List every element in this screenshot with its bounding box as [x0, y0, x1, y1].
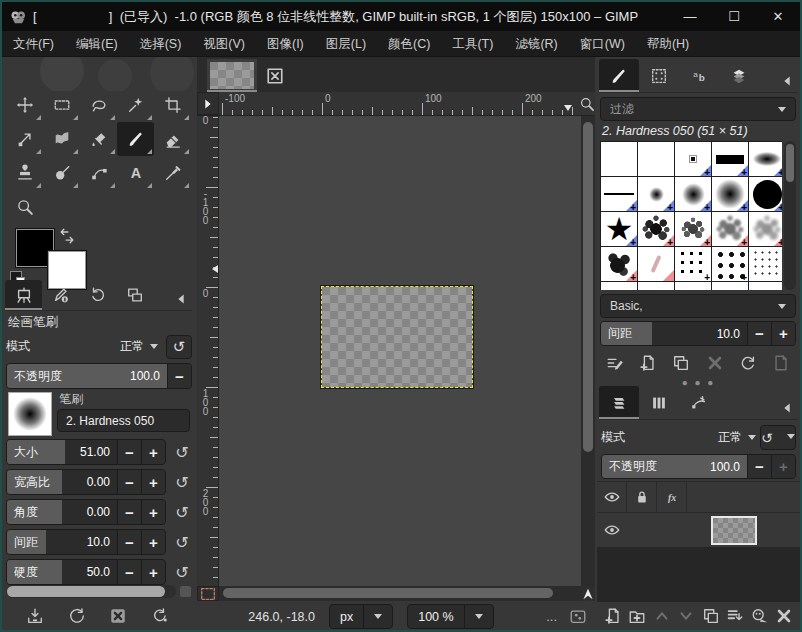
paths-tool[interactable]: [80, 156, 117, 190]
minimize-button[interactable]: —: [668, 2, 712, 31]
layer-opacity-decrease-button[interactable]: −: [747, 455, 771, 478]
panel-menu-button[interactable]: [170, 288, 192, 310]
brush-swatch-13[interactable]: +: [675, 212, 711, 246]
brush-swatch-17[interactable]: [638, 247, 674, 281]
reset-mode-button[interactable]: ↺: [166, 335, 192, 359]
tab-images[interactable]: [116, 280, 153, 310]
menu-item-4[interactable]: 视图(V): [192, 31, 256, 57]
delete-layer-button[interactable]: [775, 607, 793, 625]
opacity-decrease-button[interactable]: −: [167, 364, 191, 388]
layer-opacity-increase-button[interactable]: +: [771, 455, 795, 478]
close-button[interactable]: ✕: [756, 2, 800, 31]
clone-tool[interactable]: [6, 156, 43, 190]
duplicate-brush-button[interactable]: [672, 354, 690, 372]
tab-undo-history[interactable]: [79, 280, 116, 310]
brush-swatch-8[interactable]: +: [675, 177, 711, 211]
brush-swatch-4[interactable]: +: [712, 142, 748, 176]
menu-item-1[interactable]: 文件(F): [2, 31, 65, 57]
brush-swatch-5[interactable]: +: [749, 142, 782, 176]
increase-button[interactable]: +: [141, 560, 165, 584]
layer-opacity-slider[interactable]: 不透明度 100.0 − +: [601, 454, 796, 479]
间距-slider[interactable]: 间距10.0−+: [6, 529, 166, 555]
menu-item-8[interactable]: 工具(T): [441, 31, 504, 57]
decrease-button[interactable]: −: [117, 560, 141, 584]
increase-button[interactable]: +: [141, 530, 165, 554]
brush-grid-scrollbar[interactable]: [784, 141, 796, 290]
brush-swatch-15[interactable]: +: [749, 212, 782, 246]
decrease-button[interactable]: −: [117, 440, 141, 464]
open-brush-as-image-button[interactable]: [772, 354, 790, 372]
swap-colors-button[interactable]: [58, 227, 76, 245]
zoom-follow-window-button[interactable]: [579, 92, 595, 115]
menu-item-2[interactable]: 编辑(E): [65, 31, 129, 57]
delete-brush-button[interactable]: [706, 354, 724, 372]
text-tool[interactable]: A: [117, 156, 154, 190]
brush-swatch-10[interactable]: +: [749, 177, 782, 211]
menu-item-3[interactable]: 选择(S): [129, 31, 193, 57]
panel-menu-button[interactable]: [776, 70, 798, 92]
canvas-image[interactable]: [322, 287, 472, 387]
menu-item-6[interactable]: 图层(L): [315, 31, 377, 57]
vertical-ruler[interactable]: - 2 0 0- 1 0 001 0 02 0 0: [197, 116, 219, 586]
opacity-slider[interactable]: 不透明度 100.0 −: [6, 363, 192, 389]
vertical-scrollbar[interactable]: [581, 116, 595, 586]
duplicate-layer-button[interactable]: [702, 607, 720, 625]
layer-row[interactable]: [597, 513, 800, 547]
color-picker-tool[interactable]: [154, 156, 191, 190]
restore-tool-preset-button[interactable]: [68, 607, 86, 625]
crop-tool[interactable]: [154, 88, 191, 122]
brush-swatch-23[interactable]: [675, 282, 711, 290]
menu-item-11[interactable]: 帮助(H): [636, 31, 700, 57]
bucket-fill-tool[interactable]: [80, 122, 117, 156]
tab-tool-options[interactable]: [5, 280, 42, 310]
raise-layer-button[interactable]: [653, 607, 671, 625]
add-layer-mask-button[interactable]: [751, 607, 769, 625]
zoom-tool[interactable]: [6, 190, 43, 224]
layer-visibility-toggle[interactable]: [597, 521, 627, 539]
smudge-tool[interactable]: [43, 156, 80, 190]
tab-fonts[interactable]: ab: [679, 59, 719, 92]
brush-swatch-7[interactable]: +: [638, 177, 674, 211]
edit-brush-button[interactable]: [606, 354, 624, 372]
menu-item-9[interactable]: 滤镜(R): [504, 31, 568, 57]
new-layer-button[interactable]: [604, 607, 622, 625]
tab-brushes[interactable]: [599, 59, 639, 92]
maximize-button[interactable]: ☐: [712, 2, 756, 31]
unit-select[interactable]: px: [329, 604, 393, 629]
brush-swatch-22[interactable]: [638, 282, 674, 290]
layer-mode-select[interactable]: 正常: [718, 429, 756, 446]
active-brush-preview[interactable]: [8, 392, 52, 436]
brush-name-field[interactable]: 2. Hardness 050: [57, 409, 190, 432]
horizontal-scrollbar[interactable]: [219, 586, 581, 601]
fuzzy-select-tool[interactable]: [117, 88, 154, 122]
brush-swatch-11[interactable]: ★+: [601, 212, 637, 246]
reset-tool-options-button[interactable]: [151, 607, 169, 625]
brush-swatch-16[interactable]: +: [601, 247, 637, 281]
大小-slider[interactable]: 大小51.00−+: [6, 439, 166, 465]
new-layer-group-button[interactable]: [628, 607, 646, 625]
titlebar[interactable]: [ ] (已导入) -1.0 (RGB 颜色 8 位非线性整数, GIMP bu…: [2, 2, 800, 31]
brush-swatch-12[interactable]: +: [638, 212, 674, 246]
tab-device-status[interactable]: [42, 280, 79, 310]
paintbrush-tool[interactable]: [117, 122, 154, 156]
menu-item-7[interactable]: 颜色(C): [377, 31, 441, 57]
navigation-button[interactable]: [581, 586, 595, 601]
quick-mask-toggle[interactable]: [197, 586, 219, 601]
layer-mode-options-button[interactable]: ↺: [760, 425, 796, 450]
reset-value-button[interactable]: ↺: [170, 559, 194, 585]
角度-slider[interactable]: 角度0.00−+: [6, 499, 166, 525]
brush-swatch-9[interactable]: +: [712, 177, 748, 211]
宽高比-slider[interactable]: 宽高比0.00−+: [6, 469, 166, 495]
brush-swatch-20[interactable]: [749, 247, 782, 281]
menu-item-10[interactable]: 窗口(W): [569, 31, 636, 57]
brush-swatch-2[interactable]: [638, 142, 674, 176]
eraser-tool[interactable]: [154, 122, 191, 156]
brush-spacing-slider[interactable]: 间距 10.0 − +: [600, 321, 796, 346]
reset-value-button[interactable]: ↺: [170, 499, 194, 525]
effects-header-icon[interactable]: fx: [657, 482, 687, 512]
menu-item-5[interactable]: 图像(I): [256, 31, 315, 57]
new-brush-button[interactable]: [639, 354, 657, 372]
brush-filter-input[interactable]: 过滤: [600, 97, 796, 121]
tool-options-scrollbar[interactable]: [6, 585, 176, 598]
horizontal-ruler[interactable]: -1000100200: [197, 92, 595, 116]
